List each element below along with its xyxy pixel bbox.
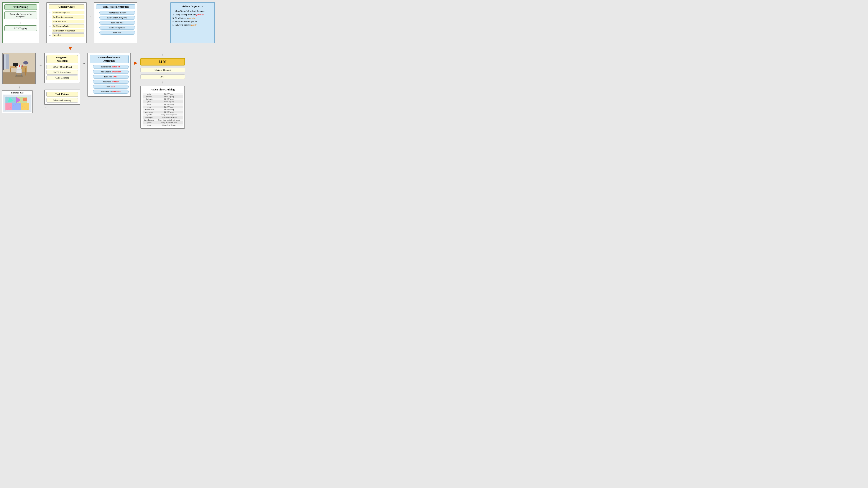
pos-tagging-box: POS Tagging [4,25,37,31]
ont-arrow-5: → [49,30,51,32]
task-instruction-box: Please take the cup to the diningtable [4,11,37,19]
up-arrow-llm: ↑ [141,53,185,56]
parallel-red: parallel [196,13,204,16]
actual-attr-2: → hasFunction graspable [90,70,129,74]
arrow-ont-to-attr: → [88,15,92,19]
ont-item-1: → hasMaterial plastic [49,11,85,14]
afg-cell-1-1: PickUP gently [156,95,183,98]
room-scene-svg [3,53,35,84]
afg-cell-2-1: PickUP stably [156,98,183,100]
afg-cell-12-0: round [143,124,156,126]
actual-attr-title: Task-Related ActualAttributes [90,55,129,63]
svg-point-23 [23,61,28,65]
main-container: Task Parsing Please take the cup to the … [0,0,217,131]
task-failure-title: Task Failure [46,92,78,97]
svg-rect-19 [15,66,16,67]
attr-label-1: hasMaterial plastic [99,11,135,15]
action-sequences-section: Action Sequences 1. MoveTo the left side… [170,2,215,43]
afg-row-1: porcelainPickUP gently [143,95,183,98]
svg-rect-5 [6,55,9,69]
attr-arrow-5: → [96,31,98,34]
afg-row-5: woodPickUP stably [143,106,183,108]
afg-row-9: boxshapedGrasp from the center [143,116,183,119]
svg-rect-20 [19,65,20,67]
arrow-scene-to-itm: → [39,53,42,67]
afg-cell-11-1: Grasp in uniform force [156,121,183,124]
ont-arrow-3: → [49,21,51,23]
svg-marker-30 [21,103,29,110]
svg-marker-29 [12,103,21,110]
ont-item-2: → hasFunction graspable [49,15,85,19]
attr-item-3: → hasColor blue [96,21,135,25]
svg-rect-11 [25,71,26,75]
actual-arrow-6: → [90,91,92,93]
afg-cell-7-0: papermade [143,111,156,113]
afg-cell-4-1: PickUP stably [156,103,183,106]
svg-rect-2 [3,72,35,84]
afg-cell-3-1: PickUP gently [156,100,183,103]
actual-label-2: hasFunction graspable [93,70,129,74]
image-text-matching-section: Image-TextMatching YOLOv8 State Detect R… [44,53,80,83]
attr-arrow-3: → [96,22,98,24]
ont-label-1: hasMaterial plastic [52,11,85,14]
action-fine-graining-title: Action Fine-Graining [143,88,183,91]
svg-marker-28 [5,103,12,110]
arrow-itm-to-tf: ↓ [44,84,80,87]
actual-attr-section: Task-Related ActualAttributes → hasMater… [88,53,131,97]
step-1: 1. MoveTo the left side of the table. [173,10,205,12]
gently-orange-1: gently [189,17,195,19]
attr-item-2: → hasFunction graspable [96,15,135,20]
task-related-attr-section: Task-Related Attributes → hasMaterial pl… [94,2,137,43]
afg-cell-7-1: PickUP stably [156,111,183,113]
image-text-matching-title: Image-TextMatching [46,55,78,63]
action-fine-graining-section: Action Fine-Graining metalPickUP stablyp… [141,86,185,129]
bottom-row: ↑ Semantic map [2,53,215,129]
afg-cell-11-0: sphere [143,121,156,124]
task-related-attr-title: Task-Related Attributes [96,4,135,9]
arrow-task-to-ont: → [41,15,45,19]
actual-attr-5: → ison table [90,85,129,89]
afg-cell-9-1: Grasp from the center [156,116,183,119]
yolov8-item: YOLOv8 State Detect [46,65,78,69]
svg-rect-21 [22,65,22,67]
afg-cell-6-1: PickUP stably [156,108,183,111]
actual-label-3: hasColor white [93,75,129,79]
actual-attr-1: → hasMaterial porcelain [90,65,129,69]
llm-box: LLM [141,58,185,65]
actual-attr-4: → hasShape cylinder [90,79,129,84]
ont-item-5: → hasFunction containable [49,29,85,33]
step-4: 4. MoveTo the diningtable. [173,20,197,23]
ont-item-4: → hasShape cylinder [49,24,85,28]
afg-cell-9-0: boxshaped [143,116,156,119]
attr-item-4: → hasShape cylinder [96,26,135,30]
up-arrow-afg-to-llm: ↑ [141,81,185,84]
big-down-arrow: ▼ [67,45,73,51]
afg-row-8: cylinderGrasp from the parallel [143,113,183,116]
attr-arrow-4: → [96,27,98,29]
semantic-map-box: Semantic map [2,91,33,113]
svg-rect-12 [16,69,22,73]
afg-cell-5-1: PickUP stably [156,106,183,108]
attr-label-4: hasShape cylinder [99,26,135,30]
afg-cell-6-0: stainlesssteel [143,108,156,111]
reitr-item: ReITR Scene Graph [46,70,78,75]
svg-rect-22 [22,65,23,67]
afg-row-6: stainlesssteelPickUP stably [143,108,183,111]
afg-row-4: plasticPickUP stably [143,103,183,106]
attr-item-5: → ison desk [96,31,135,35]
ont-label-4: hasShape cylinder [52,24,85,28]
bottom-middle-col: Image-TextMatching YOLOv8 State Detect R… [44,53,80,109]
scene-image-box [2,53,36,85]
attr-label-5: ison desk [99,31,135,35]
afg-cell-8-1: Grasp from the parallel [156,113,183,116]
afg-cell-2-0: clothmade [143,98,156,100]
action-sequences-content: 1. MoveTo the left side of the table. 2.… [173,9,213,27]
svg-point-24 [15,75,24,77]
arrow-tf-to-sem: ← [44,106,80,109]
afg-cell-12-1: Grasp from the axis [156,124,183,126]
ont-label-6: ison desk [52,33,85,37]
actual-label-4: hasShape cylinder [93,79,129,84]
step-2: 2. Grasp the cup from the parallel. [173,13,204,16]
substitute-reasoning-item: Substitute Reasoning [46,98,78,103]
actual-attr-6: → hasFunction drinkable [90,90,129,94]
